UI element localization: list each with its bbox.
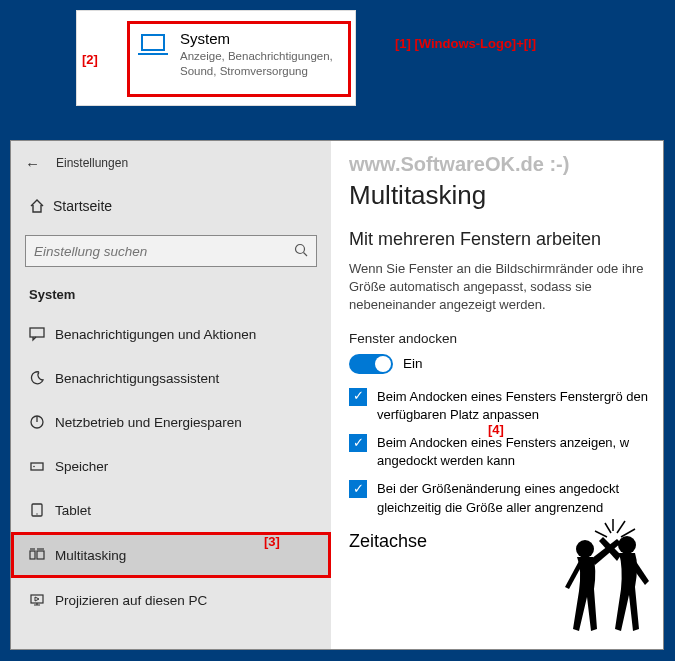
nav-label: Netzbetrieb und Energiesparen	[55, 415, 242, 430]
nav-project[interactable]: Projizieren auf diesen PC	[11, 578, 331, 622]
annotation-4: [4]	[488, 422, 504, 437]
nav-label: Projizieren auf diesen PC	[55, 593, 207, 608]
system-settings-card[interactable]: System Anzeige, Benachrichtigungen, Soun…	[76, 10, 356, 106]
nav-label: Benachrichtigungen und Aktionen	[55, 327, 256, 342]
dock-label: Fenster andocken	[349, 331, 663, 346]
page-title: Multitasking	[349, 180, 663, 211]
check-label: Bei der Größenänderung eines angedockt g…	[377, 480, 663, 516]
svg-line-3	[304, 252, 308, 256]
search-icon	[294, 243, 308, 260]
checkmark-icon: ✓	[349, 434, 367, 452]
checkbox-resize-snap[interactable]: ✓ Beim Andocken eines Fensters Fenstergr…	[349, 388, 663, 424]
content-panel: www.SoftwareOK.de :-) Multitasking Mit m…	[331, 141, 663, 649]
check-label: Beim Andocken eines Fensters Fenstergrö …	[377, 388, 663, 424]
section-desc: Wenn Sie Fenster an die Bildschirmränder…	[349, 260, 663, 315]
nav-label: Multitasking	[55, 548, 126, 563]
svg-rect-15	[31, 595, 43, 603]
message-icon	[29, 326, 55, 342]
nav-storage[interactable]: Speicher	[11, 444, 331, 488]
nav-notifications[interactable]: Benachrichtigungen und Aktionen	[11, 312, 331, 356]
svg-rect-12	[37, 551, 44, 559]
system-card-title: System	[180, 30, 348, 47]
nav-label: Tablet	[55, 503, 91, 518]
annotation-1: [1] [Windows-Logo]+[I]	[395, 36, 536, 51]
window-title: Einstellungen	[56, 156, 128, 170]
annotation-3: [3]	[264, 534, 280, 549]
search-input[interactable]	[25, 235, 317, 267]
sidebar: ← Einstellungen Startseite System Benach…	[11, 141, 331, 649]
settings-window: ← Einstellungen Startseite System Benach…	[10, 140, 664, 650]
multitasking-icon	[29, 547, 55, 563]
svg-rect-0	[142, 35, 164, 50]
laptop-icon	[138, 34, 170, 58]
dock-toggle[interactable]: Ein	[349, 354, 663, 374]
system-card-desc: Anzeige, Benachrichtigungen, Sound, Stro…	[180, 49, 348, 79]
svg-rect-4	[30, 328, 44, 337]
checkbox-adjacent-resize[interactable]: ✓ Bei der Größenänderung eines angedockt…	[349, 480, 663, 516]
toggle-track	[349, 354, 393, 374]
power-icon	[29, 414, 55, 430]
tablet-icon	[29, 502, 55, 518]
svg-rect-11	[30, 551, 35, 559]
home-icon	[29, 198, 53, 214]
toggle-label: Ein	[403, 356, 423, 371]
svg-point-2	[296, 244, 305, 253]
check-label: Beim Andocken eines Fensters anzeigen, w…	[377, 434, 663, 470]
nav-power[interactable]: Netzbetrieb und Energiesparen	[11, 400, 331, 444]
annotation-2: [2]	[82, 52, 98, 67]
svg-point-10	[36, 513, 37, 514]
timeline-title: Zeitachse	[349, 531, 663, 552]
home-label: Startseite	[53, 198, 112, 214]
svg-point-8	[33, 466, 35, 468]
checkmark-icon: ✓	[349, 388, 367, 406]
home-button[interactable]: Startseite	[11, 185, 331, 227]
project-icon	[29, 592, 55, 608]
nav-focus-assist[interactable]: Benachrichtigungsassistent	[11, 356, 331, 400]
search-field[interactable]	[34, 244, 274, 259]
section-title: Mit mehreren Fenstern arbeiten	[349, 229, 663, 250]
back-arrow-icon[interactable]: ←	[25, 155, 40, 172]
section-label: System	[11, 281, 331, 312]
nav-multitasking[interactable]: Multitasking	[11, 532, 331, 578]
checkmark-icon: ✓	[349, 480, 367, 498]
nav-label: Benachrichtigungsassistent	[55, 371, 219, 386]
checkbox-show-snap[interactable]: ✓ Beim Andocken eines Fensters anzeigen,…	[349, 434, 663, 470]
svg-rect-7	[31, 463, 43, 470]
nav-tablet[interactable]: Tablet	[11, 488, 331, 532]
storage-icon	[29, 458, 55, 474]
nav-label: Speicher	[55, 459, 108, 474]
moon-icon	[29, 370, 55, 386]
watermark: www.SoftwareOK.de :-)	[349, 153, 663, 176]
window-header: ← Einstellungen	[11, 141, 331, 185]
